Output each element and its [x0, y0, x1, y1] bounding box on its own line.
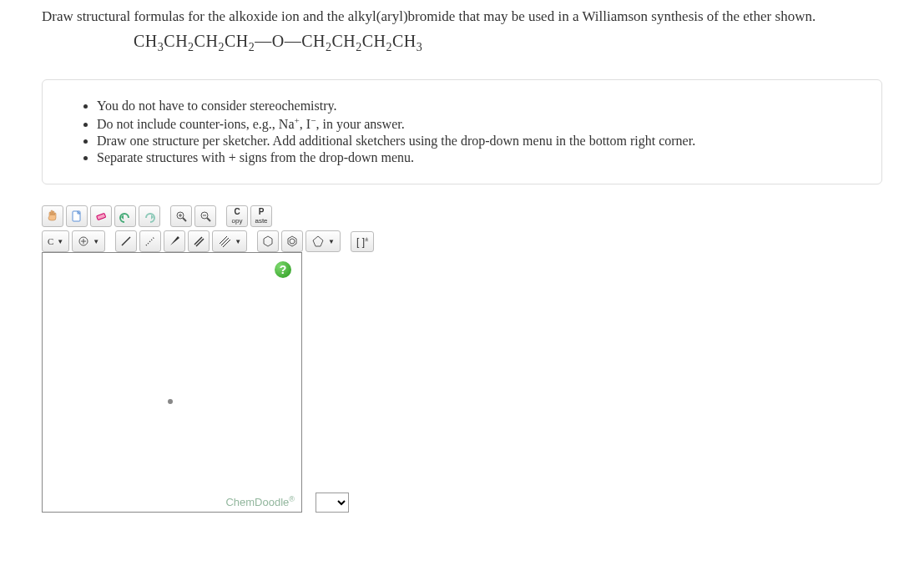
svg-line-7: [207, 218, 210, 221]
add-sketcher-dropdown[interactable]: [316, 493, 349, 513]
instruction-item: You do not have to consider stereochemis…: [97, 99, 848, 114]
redo-tool[interactable]: [139, 205, 160, 227]
svg-marker-23: [313, 236, 323, 246]
zoom-in-icon: [174, 210, 188, 223]
benzene-icon: [285, 235, 299, 248]
single-bond-tool[interactable]: [115, 230, 137, 252]
sketcher-widget: Copy Paste C ▼ ▼: [42, 205, 374, 513]
help-icon: ?: [280, 263, 287, 276]
zoom-in-tool[interactable]: [170, 205, 192, 227]
ether-formula: CH3CH2CH2CH2—O—CH2CH2CH2CH3: [134, 32, 882, 54]
svg-line-18: [221, 238, 229, 245]
double-bond-tool[interactable]: [188, 230, 210, 252]
instructions-box: You do not have to consider stereochemis…: [42, 79, 882, 184]
svg-marker-14: [170, 236, 179, 245]
element-label: C: [48, 236, 53, 246]
wedge-bond-tool[interactable]: [164, 230, 185, 252]
svg-line-3: [183, 218, 186, 221]
svg-rect-1: [97, 214, 106, 220]
instruction-item: Separate structures with + signs from th…: [97, 150, 848, 165]
placeholder-atom: [168, 399, 173, 404]
svg-line-12: [122, 237, 130, 245]
instruction-item: Draw one structure per sketcher. Add add…: [97, 134, 848, 149]
copy-button[interactable]: Copy: [226, 205, 248, 227]
chevron-down-icon: ▼: [93, 238, 99, 245]
copy-label: Copy: [232, 208, 243, 225]
redo-icon: [143, 210, 156, 223]
zoom-out-tool[interactable]: [194, 205, 216, 227]
chevron-down-icon: ▼: [328, 238, 335, 245]
chevron-down-icon: ▼: [57, 238, 63, 245]
clear-tool[interactable]: [66, 205, 88, 227]
svg-point-22: [290, 239, 295, 244]
cyclopentane-tool[interactable]: ▼: [305, 230, 341, 252]
charge-circle-icon: [78, 235, 89, 247]
element-picker[interactable]: C ▼: [42, 230, 69, 252]
triple-bond-icon: [218, 235, 231, 248]
chevron-down-icon: ▼: [235, 238, 241, 245]
wedge-icon: [168, 235, 181, 248]
formal-charge-button[interactable]: [ ]±: [351, 231, 374, 252]
brand-label: ChemDoodle®: [225, 495, 295, 508]
undo-tool[interactable]: [114, 205, 136, 227]
toolbar-row-1: Copy Paste: [42, 205, 374, 227]
benzene-tool[interactable]: [281, 230, 303, 252]
hand-icon: [46, 210, 59, 223]
paste-button[interactable]: Paste: [250, 205, 272, 227]
recessed-bond-tool[interactable]: [139, 230, 161, 252]
double-bond-icon: [192, 235, 205, 248]
svg-marker-20: [264, 236, 272, 246]
erase-tool[interactable]: [90, 205, 112, 227]
instructions-list: You do not have to consider stereochemis…: [76, 99, 848, 165]
single-bond-icon: [119, 235, 133, 248]
svg-line-17: [220, 236, 227, 244]
hexagon-icon: [261, 235, 275, 248]
cyclohexane-tool[interactable]: [257, 230, 279, 252]
sketcher-canvas[interactable]: ? ChemDoodle®: [42, 252, 302, 513]
charge-picker[interactable]: ▼: [72, 230, 105, 252]
svg-line-13: [146, 237, 154, 245]
eraser-icon: [94, 210, 108, 223]
undo-icon: [119, 210, 132, 223]
instruction-item: Do not include counter-ions, e.g., Na+, …: [97, 115, 848, 132]
triple-bond-tool[interactable]: ▼: [212, 230, 247, 252]
formal-charge-label: [ ]±: [356, 236, 368, 248]
paste-label: Paste: [255, 208, 267, 225]
pentagon-icon: [311, 235, 325, 248]
question-prompt: Draw structural formulas for the alkoxid…: [42, 8, 882, 25]
move-tool[interactable]: [42, 205, 63, 227]
zoom-out-icon: [199, 210, 212, 223]
document-icon: [70, 210, 83, 223]
right-controls: [316, 252, 349, 513]
svg-line-19: [223, 240, 230, 247]
help-button[interactable]: ?: [275, 261, 291, 278]
dotted-bond-icon: [144, 235, 157, 248]
toolbar-row-2: C ▼ ▼ ▼: [42, 230, 374, 252]
